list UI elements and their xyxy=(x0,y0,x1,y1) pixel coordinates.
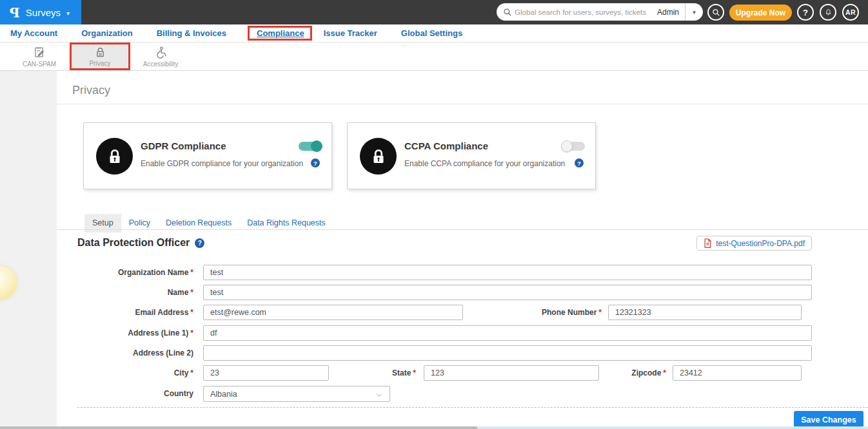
country-value: Albania xyxy=(210,390,237,399)
attachment-filename: test-QuestionPro-DPA.pdf xyxy=(716,239,805,248)
ccpa-compliance-card: CCPA Compliance Enable CCPA compliance f… xyxy=(347,122,596,189)
name-input[interactable] xyxy=(203,285,812,300)
admin-console: P Surveys ▾ Admin ▾ Upgrade Now ? xyxy=(0,0,868,429)
section-header: Data Protection Officer ? xyxy=(77,237,204,249)
pdf-file-icon xyxy=(704,238,712,248)
bell-icon xyxy=(824,8,833,17)
nav-item-organization[interactable]: Organization xyxy=(77,28,136,38)
email-address-label: Email Address* xyxy=(57,305,193,320)
toggle-knob xyxy=(561,140,573,152)
form-row: Name* xyxy=(57,285,812,300)
help-button[interactable]: ? xyxy=(797,4,814,21)
country-select[interactable]: Albania xyxy=(203,386,390,402)
card-description: Enable GDPR compliance for your organiza… xyxy=(141,159,303,168)
zipcode-label: Zipcode* xyxy=(599,365,666,381)
lock-icon xyxy=(369,147,388,166)
questionpro-logo: P xyxy=(10,6,20,19)
toolbar-item-privacy[interactable]: Privacy xyxy=(70,43,130,70)
notifications-button[interactable] xyxy=(820,4,836,21)
top-bar: P Surveys ▾ Admin ▾ Upgrade Now ? xyxy=(0,0,868,24)
form-row: Address (Line 1)* xyxy=(57,325,812,341)
search-input[interactable] xyxy=(512,8,657,16)
quick-search-button[interactable] xyxy=(707,4,724,21)
nav-item-my-account[interactable]: My Account xyxy=(6,28,61,38)
document-edit-icon xyxy=(33,46,46,59)
divider xyxy=(57,104,868,104)
toolbar-item-can-spam[interactable]: CAN-SPAM xyxy=(9,43,70,70)
gdpr-toggle[interactable] xyxy=(299,142,321,151)
product-name: Surveys xyxy=(26,7,61,18)
required-marker: * xyxy=(190,268,193,277)
address-line2-input[interactable] xyxy=(203,345,812,361)
question-icon: ? xyxy=(803,8,808,17)
required-marker: * xyxy=(598,308,602,317)
toolbar-item-accessibility[interactable]: Accessibility xyxy=(130,43,191,70)
form-row: Organization Name* xyxy=(57,265,812,280)
address-line2-label: Address (Line 2) xyxy=(57,345,193,361)
form-row: Email Address* Phone Number* xyxy=(57,305,802,320)
toolbar-item-label: CAN-SPAM xyxy=(23,61,56,68)
search-scope-dropdown[interactable]: ▾ xyxy=(686,3,703,21)
admin-nav: My Account Organization Billing & Invoic… xyxy=(0,24,868,43)
compliance-cards: GDPR Compliance Enable GDPR compliance f… xyxy=(83,122,596,189)
form-row: Address (Line 2) xyxy=(57,345,812,361)
lock-icon xyxy=(94,46,106,59)
chevron-down-icon: ▾ xyxy=(693,9,696,15)
city-input[interactable] xyxy=(203,365,329,381)
required-marker: * xyxy=(663,368,666,377)
left-gutter xyxy=(0,71,57,429)
global-search: Admin ▾ xyxy=(497,3,703,21)
card-title: GDPR Compliance xyxy=(141,140,226,151)
lock-badge xyxy=(96,138,133,175)
phone-number-input[interactable] xyxy=(608,305,802,320)
card-title: CCPA Compliance xyxy=(404,140,488,151)
upgrade-now-button[interactable]: Upgrade Now xyxy=(729,5,792,21)
save-changes-button[interactable]: Save Changes xyxy=(794,411,863,428)
search-icon xyxy=(503,8,512,17)
avatar-initials: AR xyxy=(845,8,856,16)
scrollbar-thumb[interactable] xyxy=(0,426,477,429)
form-row: Country Albania xyxy=(57,386,390,402)
question-glyph: ? xyxy=(577,160,581,167)
email-address-input[interactable] xyxy=(203,305,463,320)
compliance-toolbar: CAN-SPAM Privacy Accessibility xyxy=(0,43,868,71)
form-row: City* State* Zipcode* xyxy=(57,365,802,381)
section-title: Data Protection Officer xyxy=(77,237,190,249)
divider-dashed xyxy=(77,407,868,408)
nav-item-issue-tracker[interactable]: Issue Tracker xyxy=(320,28,381,38)
product-switcher[interactable]: P Surveys ▾ xyxy=(0,0,81,24)
organization-name-input[interactable] xyxy=(203,265,812,280)
toolbar-item-label: Accessibility xyxy=(143,61,178,68)
toggle-knob xyxy=(311,140,322,152)
search-icon xyxy=(712,8,720,17)
nav-item-billing-invoices[interactable]: Billing & Invoices xyxy=(153,28,230,38)
required-marker: * xyxy=(413,368,416,377)
help-icon[interactable]: ? xyxy=(195,238,204,248)
help-icon[interactable]: ? xyxy=(311,158,320,167)
question-glyph: ? xyxy=(313,160,317,167)
horizontal-scrollbar xyxy=(0,426,868,429)
user-avatar[interactable]: AR xyxy=(842,4,859,21)
state-input[interactable] xyxy=(424,365,599,381)
nav-item-global-settings[interactable]: Global Settings xyxy=(397,28,466,38)
nav-item-label: Compliance xyxy=(257,28,304,38)
required-marker: * xyxy=(190,308,193,317)
ccpa-toggle[interactable] xyxy=(562,142,585,151)
help-icon[interactable]: ? xyxy=(575,158,584,167)
address-line1-input[interactable] xyxy=(203,325,812,341)
chevron-down-icon: ▾ xyxy=(66,10,70,17)
address-line1-label: Address (Line 1)* xyxy=(57,325,193,341)
privacy-panel: Privacy GDPR Compliance Enable GDPR co xyxy=(57,71,868,429)
lock-icon xyxy=(105,147,124,166)
card-description: Enable CCPA compliance for your organiza… xyxy=(404,159,565,168)
name-label: Name* xyxy=(57,285,193,300)
zipcode-input[interactable] xyxy=(673,365,802,381)
city-label: City* xyxy=(57,365,193,381)
nav-item-compliance[interactable]: Compliance xyxy=(253,28,308,38)
question-glyph: ? xyxy=(198,240,202,247)
search-scope-label[interactable]: Admin xyxy=(657,8,685,17)
required-marker: * xyxy=(190,368,193,377)
required-marker: * xyxy=(190,329,193,338)
dpa-pdf-attachment[interactable]: test-QuestionPro-DPA.pdf xyxy=(696,236,812,251)
state-label: State* xyxy=(329,365,416,381)
